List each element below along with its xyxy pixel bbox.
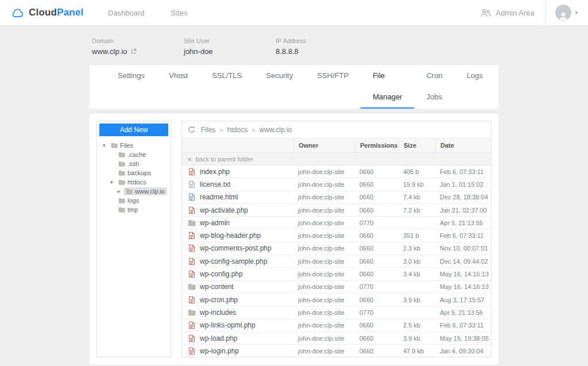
column-header-size[interactable]: Size [399,138,435,152]
back-to-parent-row[interactable]: « back to parent folder [182,153,491,165]
file-table-panel: Files>htdocs>www.clp.io Owner Permission… [181,121,492,357]
file-name[interactable]: wp-cron.php [200,296,238,304]
tree-node[interactable]: .ssh [116,160,141,168]
tree-item-htdocs[interactable]: ▾htdocs [100,178,168,187]
file-name-cell: wp-includes [182,309,293,317]
tree-item-logs[interactable]: logs [100,196,168,205]
column-header-name[interactable] [182,138,293,152]
tree-node[interactable]: www.clp.io [123,187,167,195]
tree-item-files[interactable]: ▾Files [100,141,168,150]
file-name[interactable]: wp-blog-header.php [200,232,261,240]
tab-ssl-tls[interactable]: SSL/TLS [200,65,254,109]
file-name-cell: wp-config.php [182,270,293,278]
file-owner: john-doe:clp-site [293,168,355,175]
file-size: 3.4 kb [399,271,435,278]
file-permissions: 0660 [355,348,399,355]
tree-item-cache[interactable]: .cache [100,150,168,159]
file-date: Aug 3, 17:15:57 [435,296,491,303]
chevron-down-icon[interactable]: ▾ [575,10,578,16]
file-name[interactable]: wp-config-sample.php [200,257,267,265]
file-name[interactable]: wp-content [200,283,234,291]
file-date: May 16, 14:16:13 [435,283,491,290]
caret-down-icon[interactable]: ▾ [110,180,116,185]
file-name-cell: readme.html [182,193,293,201]
tree-node[interactable]: Files [109,141,136,149]
column-header-permissions[interactable]: Permissions [355,138,399,152]
file-row-wp-content[interactable]: wp-contentjohn-doe:clp-site0770May 16, 1… [182,281,491,294]
breadcrumb-item-htdocs[interactable]: htdocs [227,126,247,134]
avatar[interactable] [555,5,571,21]
add-new-button[interactable]: Add New [99,124,168,136]
file-permissions: 0660 [355,168,399,175]
tree-node[interactable]: tmp [116,206,140,214]
file-owner: john-doe:clp-site [293,181,355,188]
tab-vhost[interactable]: Vhost [157,65,200,109]
file-name[interactable]: wp-admin [200,219,230,227]
column-header-owner[interactable]: Owner [293,138,355,152]
file-date: Apr 5, 21:13:55 [435,219,491,226]
folder-icon [118,169,125,176]
file-name[interactable]: wp-config.php [200,270,243,278]
file-size: 47.9 kb [399,348,435,355]
tree-item-ssh[interactable]: .ssh [100,159,168,168]
file-icon-php [188,270,196,278]
tab-settings[interactable]: Settings [106,65,157,109]
logo-text: CloudPanel [29,7,84,18]
file-name[interactable]: wp-includes [200,309,236,317]
info-label: IP Address [276,37,368,44]
refresh-icon[interactable] [188,126,195,133]
tab-cron-jobs[interactable]: Cron Jobs [414,65,454,109]
cloudpanel-logo[interactable]: CloudPanel [10,7,85,18]
tree-node[interactable]: htdocs [116,178,148,186]
file-name[interactable]: wp-activate.php [200,206,248,214]
file-name-cell: wp-load.php [182,334,293,342]
file-name[interactable]: index.php [200,168,230,176]
file-row-wp-config-php[interactable]: wp-config.phpjohn-doe:clp-site06603.4 kb… [182,268,491,280]
tree-node[interactable]: logs [116,197,141,205]
file-row-wp-activate-php[interactable]: wp-activate.phpjohn-doe:clp-site06607.2 … [182,204,491,217]
admin-area-button[interactable]: Admin Area [480,9,534,17]
tree-item-backups[interactable]: backups [100,168,168,178]
file-row-wp-config-sample-php[interactable]: wp-config-sample.phpjohn-doe:clp-site066… [182,255,491,268]
breadcrumb-item-files[interactable]: Files [201,126,215,134]
caret-right-icon[interactable]: ▸ [118,189,123,194]
tree-item-tmp[interactable]: tmp [100,205,168,214]
tab-ssh-ftp[interactable]: SSH/FTP [305,65,361,109]
caret-down-icon[interactable]: ▾ [103,143,109,148]
file-name[interactable]: wp-links-opml.php [200,321,256,329]
tree-node[interactable]: backups [116,169,153,177]
file-row-wp-cron-php[interactable]: wp-cron.phpjohn-doe:clp-site06603.9 kbAu… [182,294,491,306]
nav-item-sites[interactable]: Sites [171,9,188,17]
file-row-license-txt[interactable]: license.txtjohn-doe:clp-site066019.9 kbJ… [182,178,491,191]
file-row-wp-admin[interactable]: wp-adminjohn-doe:clp-site0770Apr 5, 21:1… [182,217,491,229]
file-row-wp-comments-post-php[interactable]: wp-comments-post.phpjohn-doe:clp-site066… [182,242,491,255]
column-header-date[interactable]: Date [435,138,491,152]
folder-icon [118,179,125,186]
info-label: Domain [92,37,184,44]
file-row-wp-includes[interactable]: wp-includesjohn-doe:clp-site0770Apr 5, 2… [182,306,491,319]
file-row-readme-html[interactable]: readme.htmljohn-doe:clp-site06607.4 kbDe… [182,191,491,204]
file-row-index-php[interactable]: index.phpjohn-doe:clp-site0660405 bFeb 6… [182,165,491,178]
file-row-wp-blog-header-php[interactable]: wp-blog-header.phpjohn-doe:clp-site06603… [182,229,491,242]
file-size: 7.4 kb [399,194,435,201]
file-name[interactable]: wp-load.php [200,334,237,342]
file-row-wp-links-opml-php[interactable]: wp-links-opml.phpjohn-doe:clp-site06602.… [182,319,491,332]
file-row-wp-login-php[interactable]: wp-login.phpjohn-doe:clp-site066047.9 kb… [182,345,491,357]
nav-item-dashboard[interactable]: Dashboard [108,9,145,17]
tab-logs[interactable]: Logs [455,65,495,109]
file-name[interactable]: wp-comments-post.php [200,244,272,252]
file-permissions: 0770 [355,283,399,290]
file-name[interactable]: license.txt [200,180,230,188]
file-name[interactable]: readme.html [200,193,238,201]
file-size: 2.5 kb [399,322,435,329]
tab-security[interactable]: Security [254,65,305,109]
cloud-icon [10,7,25,18]
external-link-icon[interactable] [130,48,137,55]
tab-file-manager[interactable]: File Manager [361,65,414,109]
file-row-wp-load-php[interactable]: wp-load.phpjohn-doe:clp-site06603.9 kbMa… [182,332,491,345]
tree-node[interactable]: .cache [116,151,148,159]
breadcrumb-item-www-clp-io[interactable]: www.clp.io [260,126,292,134]
file-name-cell: wp-links-opml.php [182,321,293,329]
file-name[interactable]: wp-login.php [200,347,239,355]
tree-item-www-clp-io[interactable]: ▸www.clp.io [100,187,168,196]
